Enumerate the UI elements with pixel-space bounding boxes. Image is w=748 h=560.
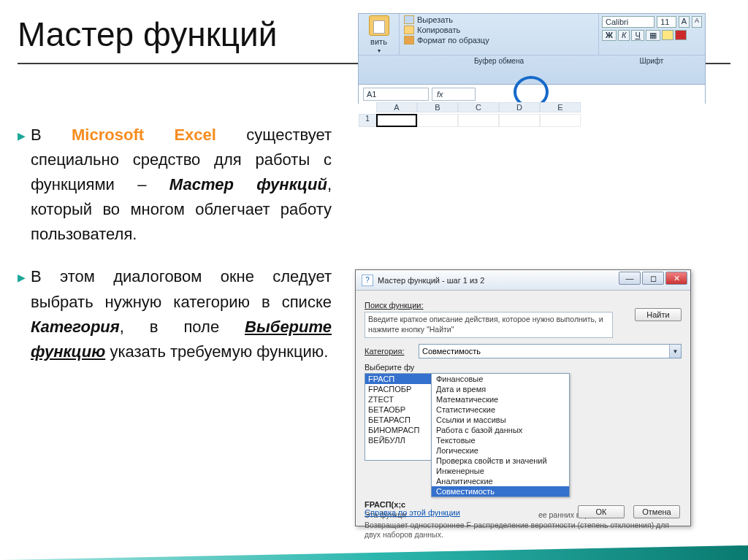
select-function-label: Выберите фу xyxy=(365,363,682,372)
font-size-select[interactable]: 11 xyxy=(657,16,676,28)
category-value[interactable] xyxy=(419,344,682,358)
column-headers[interactable]: A B C D E xyxy=(376,102,705,112)
border-button[interactable]: ▦ xyxy=(646,30,660,41)
cell[interactable] xyxy=(540,114,581,127)
worksheet-area: A1 fx A B C D E 1 xyxy=(359,84,705,128)
cell[interactable] xyxy=(499,114,540,127)
help-link[interactable]: Справка по этой функции xyxy=(365,508,460,517)
copy-label: Копировать xyxy=(417,26,460,34)
dropdown-option[interactable]: Математические xyxy=(432,394,569,404)
col-header[interactable]: D xyxy=(499,102,540,112)
body-text: ▶ В Microsoft Excel существует специальн… xyxy=(18,123,332,382)
brush-icon xyxy=(404,36,414,45)
list-item[interactable]: БЕТАРАСП xyxy=(365,415,431,425)
excel-ribbon: вить ▾ Вырезать Копировать Формат по обр… xyxy=(358,13,706,104)
row-header[interactable]: 1 xyxy=(359,114,376,127)
dropdown-option[interactable]: Финансовые xyxy=(432,374,569,384)
cell-a1[interactable] xyxy=(376,114,417,127)
col-header[interactable]: C xyxy=(458,102,499,112)
help-icon: ? xyxy=(362,275,373,286)
font-name-select[interactable]: Calibri xyxy=(602,16,654,28)
dropdown-option[interactable]: Текстовые xyxy=(432,435,569,445)
col-header[interactable]: A xyxy=(376,102,417,112)
fx-label: fx xyxy=(437,90,443,99)
copy-icon xyxy=(404,26,414,34)
bullet-marker: ▶ xyxy=(18,123,31,247)
minimize-button[interactable]: — xyxy=(619,272,641,285)
scissors-icon xyxy=(404,15,414,24)
col-header[interactable]: E xyxy=(540,102,581,112)
cut-label: Вырезать xyxy=(417,15,453,24)
list-item[interactable]: БИНОМРАСП xyxy=(365,425,431,435)
grow-font-button[interactable]: A xyxy=(679,16,690,28)
function-listbox[interactable]: FРАСП FРАСПОБР ZТЕСТ БЕТАОБР БЕТАРАСП БИ… xyxy=(365,373,432,461)
dialog-titlebar[interactable]: ? Мастер функций - шаг 1 из 2 — ◻ ✕ xyxy=(356,270,690,291)
col-header[interactable]: B xyxy=(417,102,458,112)
cancel-button[interactable]: Отмена xyxy=(633,505,680,518)
term-category: Категория xyxy=(31,318,120,336)
dropdown-option[interactable]: Работа с базой данных xyxy=(432,425,569,435)
format-painter-label: Формат по образцу xyxy=(417,36,489,45)
italic-button[interactable]: К xyxy=(618,30,630,41)
paste-label: вить xyxy=(370,37,387,46)
format-painter-button[interactable]: Формат по образцу xyxy=(404,36,594,45)
cut-button[interactable]: Вырезать xyxy=(404,15,594,24)
brand-name: Microsoft Excel xyxy=(72,126,216,144)
font-group: Calibri 11 A A Ж К Ч ▦ xyxy=(598,14,705,55)
list-item[interactable]: FРАСП xyxy=(365,374,431,384)
name-box[interactable]: A1 xyxy=(363,88,429,101)
group-font-label: Шрифт xyxy=(598,55,705,66)
list-item[interactable]: ВЕЙБУЛЛ xyxy=(365,435,431,445)
category-dropdown-list[interactable]: Финансовые Дата и время Математические С… xyxy=(431,373,570,497)
list-item[interactable]: FРАСПОБР xyxy=(365,384,431,394)
font-color-button[interactable] xyxy=(675,30,687,40)
bold-button[interactable]: Ж xyxy=(602,30,617,41)
dropdown-option[interactable]: Совместимость xyxy=(432,486,569,496)
cell[interactable] xyxy=(417,114,458,127)
close-button[interactable]: ✕ xyxy=(665,272,687,285)
text: В xyxy=(31,126,72,144)
dropdown-option[interactable]: Логические xyxy=(432,445,569,456)
slide-title: Мастер функций xyxy=(18,15,278,54)
text: указать требуемую функцию. xyxy=(105,342,328,361)
category-combo[interactable]: ▼ xyxy=(419,344,682,358)
search-label: Поиск функции: xyxy=(365,301,682,310)
copy-button[interactable]: Копировать xyxy=(404,26,594,34)
shrink-font-button[interactable]: A xyxy=(692,16,702,28)
underline-button[interactable]: Ч xyxy=(631,30,644,41)
text: , в поле xyxy=(120,318,245,336)
list-item[interactable]: БЕТАОБР xyxy=(365,404,431,415)
ok-button[interactable]: ОК xyxy=(578,505,625,518)
dropdown-option[interactable]: Ссылки и массивы xyxy=(432,415,569,425)
term-master: Мастер функций xyxy=(169,175,327,193)
paste-icon xyxy=(369,15,389,36)
fill-color-button[interactable] xyxy=(662,30,673,40)
dropdown-option[interactable]: Аналитические xyxy=(432,476,569,486)
list-item[interactable]: ZТЕСТ xyxy=(365,394,431,404)
fx-button[interactable]: fx xyxy=(432,88,476,101)
maximize-button[interactable]: ◻ xyxy=(642,272,664,285)
find-button[interactable]: Найти xyxy=(635,308,682,321)
bullet-marker: ▶ xyxy=(18,264,31,364)
dropdown-option[interactable]: Проверка свойств и значений xyxy=(432,456,569,466)
paste-button[interactable]: вить ▾ xyxy=(359,14,400,55)
dropdown-option[interactable]: Инженерные xyxy=(432,466,569,476)
text: В этом диалоговом окне следует выбрать н… xyxy=(31,267,332,310)
decorative-stripe xyxy=(0,545,748,560)
dropdown-option[interactable]: Статистические xyxy=(432,404,569,415)
group-clipboard-label: Буфер обмена xyxy=(400,55,598,66)
dropdown-option[interactable]: Дата и время xyxy=(432,384,569,394)
paste-dropdown-icon[interactable]: ▾ xyxy=(378,47,381,54)
function-wizard-dialog: ? Мастер функций - шаг 1 из 2 — ◻ ✕ Поис… xyxy=(355,269,691,526)
cell[interactable] xyxy=(458,114,499,127)
chevron-down-icon[interactable]: ▼ xyxy=(669,345,681,358)
category-label: Категория: xyxy=(365,347,414,356)
search-input[interactable]: Введите краткое описание действия, котор… xyxy=(365,312,613,338)
dialog-title-text: Мастер функций - шаг 1 из 2 xyxy=(378,276,484,285)
